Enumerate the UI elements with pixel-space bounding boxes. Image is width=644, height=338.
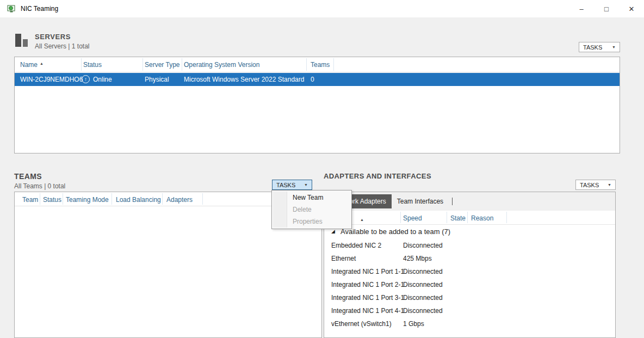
adapters-pane: Network Adapters Team Interfaces ▲ Speed… <box>324 192 616 338</box>
teams-subtitle: All Teams | 0 total <box>14 182 65 190</box>
adapter-row[interactable]: Integrated NIC 1 Port 4-1 Disconnected <box>324 304 615 317</box>
teams-col-team[interactable]: Team <box>22 196 38 204</box>
tab-team-interfaces[interactable]: Team Interfaces <box>392 194 449 208</box>
teams-tasks-label: TASKS <box>276 182 295 188</box>
teams-tasks-menu: New Team Delete Properties <box>271 190 352 229</box>
servers-table-header: Name▲ Status Server Type Operating Syste… <box>15 57 620 72</box>
dropdown-arrow-icon: ▼ <box>612 45 616 49</box>
teams-col-teaming-mode[interactable]: Teaming Mode <box>66 196 109 204</box>
column-separator <box>40 193 40 205</box>
menu-item-new-team[interactable]: New Team <box>272 192 351 204</box>
server-row-selected[interactable]: WIN-2CJ9NEMDHO6 ↑ Online Physical Micros… <box>15 73 620 86</box>
adapter-group-label: Available to be added to a team (7) <box>340 228 450 236</box>
server-teams-count: 0 <box>311 76 314 83</box>
column-separator <box>202 193 203 205</box>
dropdown-arrow-icon: ▼ <box>304 183 308 187</box>
adapters-title: ADAPTERS AND INTERFACES <box>324 172 431 180</box>
maximize-button[interactable]: □ <box>594 0 619 17</box>
column-separator <box>447 212 447 223</box>
teams-col-adapters[interactable]: Adapters <box>166 196 193 204</box>
column-separator <box>162 193 163 205</box>
servers-section-header: SERVERS All Servers | 1 total <box>15 33 90 50</box>
column-separator <box>63 193 63 205</box>
close-button[interactable]: ✕ <box>619 0 644 17</box>
adapter-speed: 1 Gbps <box>403 320 424 328</box>
adapter-row[interactable]: Integrated NIC 1 Port 2-1 Disconnected <box>324 278 615 291</box>
adapter-name: vEthernet (vSwitch1) <box>331 320 392 328</box>
adapters-tab-strip: Network Adapters Team Interfaces <box>324 192 615 211</box>
teams-tasks-button[interactable]: TASKS ▼ <box>272 180 312 190</box>
adapters-col-speed[interactable]: Speed <box>403 214 422 222</box>
teams-col-status[interactable]: Status <box>43 196 61 204</box>
servers-icon <box>15 34 29 48</box>
adapters-table-header: ▲ Speed State Reason <box>324 211 615 225</box>
window-title: NIC Teaming <box>21 5 58 13</box>
teams-col-load-balancing[interactable]: Load Balancing <box>116 196 161 204</box>
adapter-name: Integrated NIC 1 Port 2-1 <box>331 281 404 288</box>
adapter-name: Embedded NIC 2 <box>331 242 381 249</box>
servers-col-name[interactable]: Name▲ <box>20 61 44 69</box>
adapter-row[interactable]: Ethernet 425 Mbps <box>324 252 615 265</box>
menu-item-properties: Properties <box>272 216 351 228</box>
column-separator <box>400 212 401 223</box>
adapter-speed: Disconnected <box>403 294 443 302</box>
servers-title: SERVERS <box>35 33 90 41</box>
dropdown-arrow-icon: ▼ <box>608 183 611 187</box>
column-separator <box>506 212 507 223</box>
sort-asc-icon: ▲ <box>40 62 44 65</box>
column-separator <box>306 58 307 71</box>
sort-asc-icon: ▲ <box>360 218 364 222</box>
server-type: Physical <box>145 76 169 83</box>
adapter-name: Integrated NIC 1 Port 3-1 <box>331 294 404 302</box>
adapter-row[interactable]: Embedded NIC 2 Disconnected <box>324 239 615 252</box>
text-caret <box>452 198 453 205</box>
server-name: WIN-2CJ9NEMDHO6 <box>20 76 83 83</box>
server-status: Online <box>93 76 112 83</box>
manageability-online-icon: ↑ <box>82 75 90 83</box>
column-separator <box>143 58 143 71</box>
servers-tasks-button[interactable]: TASKS ▼ <box>579 42 620 52</box>
adapter-row[interactable]: vEthernet (vSwitch1) 1 Gbps <box>324 317 615 330</box>
adapter-speed: Disconnected <box>403 281 443 288</box>
adapter-name: Ethernet <box>331 255 356 262</box>
servers-table: Name▲ Status Server Type Operating Syste… <box>14 57 620 153</box>
expander-icon: ◢ <box>331 229 335 234</box>
column-separator <box>333 58 334 71</box>
adapter-row[interactable]: Integrated NIC 1 Port 3-1 Disconnected <box>324 291 615 304</box>
adapter-group-header[interactable]: ◢ Available to be added to a team (7) <box>324 225 615 239</box>
servers-col-status[interactable]: Status <box>83 61 102 69</box>
adapter-speed: Disconnected <box>403 307 443 315</box>
titlebar: NIC Teaming – □ ✕ <box>0 0 644 17</box>
minimize-button[interactable]: – <box>569 0 594 17</box>
window-controls: – □ ✕ <box>569 0 644 17</box>
adapters-col-name-sort[interactable]: ▲ <box>358 215 364 223</box>
column-separator <box>112 193 112 205</box>
menu-item-delete: Delete <box>272 204 351 216</box>
adapters-col-state[interactable]: State <box>450 214 466 222</box>
adapters-col-reason[interactable]: Reason <box>471 214 493 222</box>
column-separator <box>81 58 82 71</box>
server-os-version: Microsoft Windows Server 2022 Standard <box>184 76 304 83</box>
adapters-tasks-button[interactable]: TASKS ▼ <box>575 180 616 190</box>
teams-section-header: TEAMS All Teams | 0 total <box>14 172 65 190</box>
adapters-tasks-label: TASKS <box>580 182 599 188</box>
adapter-name: Integrated NIC 1 Port 4-1 <box>331 307 404 315</box>
column-separator <box>182 58 182 71</box>
servers-subtitle: All Servers | 1 total <box>35 42 90 50</box>
adapter-speed: Disconnected <box>403 268 443 275</box>
servers-col-server-type[interactable]: Server Type <box>145 61 179 69</box>
adapter-name: Integrated NIC 1 Port 1-1 <box>331 268 404 275</box>
servers-col-os-version[interactable]: Operating System Version <box>184 61 259 69</box>
adapters-section-header: ADAPTERS AND INTERFACES <box>324 172 431 180</box>
servers-col-teams[interactable]: Teams <box>311 61 330 69</box>
column-separator <box>467 212 468 223</box>
adapter-speed: 425 Mbps <box>403 255 432 262</box>
adapter-speed: Disconnected <box>403 242 443 249</box>
app-icon <box>7 4 16 13</box>
servers-tasks-label: TASKS <box>583 44 602 51</box>
servers-col-name-label: Name <box>20 61 38 69</box>
teams-title: TEAMS <box>14 172 65 181</box>
adapter-row[interactable]: Integrated NIC 1 Port 1-1 Disconnected <box>324 265 615 278</box>
